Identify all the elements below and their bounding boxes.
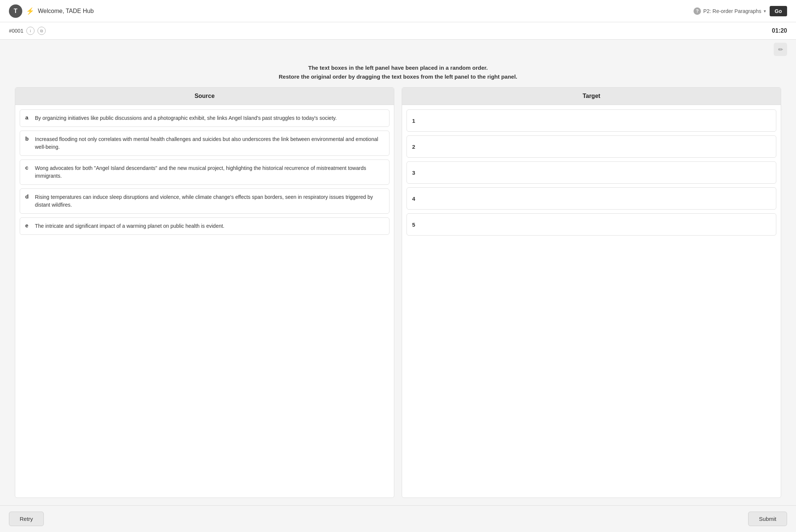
source-item[interactable]: e The intricate and significant impact o… <box>20 217 389 235</box>
item-id-text: #0001 <box>9 28 23 34</box>
target-panel-body: 1 2 3 4 5 <box>402 105 781 240</box>
info-icon[interactable]: i <box>26 27 35 35</box>
target-slot[interactable]: 4 <box>407 187 776 210</box>
source-item-text: The intricate and significant impact of … <box>35 222 225 230</box>
edit-icon[interactable]: ✏ <box>774 43 787 56</box>
source-item-label: d <box>25 193 30 200</box>
target-slot[interactable]: 1 <box>407 109 776 132</box>
question-icon: ? <box>694 7 701 15</box>
main-content: Source a By organizing initiatives like … <box>0 87 796 505</box>
subheader: #0001 i ⧉ 01:20 <box>0 22 796 40</box>
copy-icon[interactable]: ⧉ <box>37 27 46 35</box>
target-slot[interactable]: 3 <box>407 161 776 184</box>
header-right: ? P2: Re-order Paragraphs ▾ Go <box>694 6 787 16</box>
lightning-icon: ⚡ <box>26 7 34 15</box>
avatar: T <box>9 4 22 18</box>
timer: 01:20 <box>772 27 787 34</box>
source-panel: Source a By organizing initiatives like … <box>15 87 394 498</box>
target-slot[interactable]: 2 <box>407 135 776 158</box>
source-item[interactable]: d Rising temperatures can induce sleep d… <box>20 188 389 214</box>
chevron-down-icon: ▾ <box>764 9 766 14</box>
target-panel-header: Target <box>402 88 781 105</box>
app-container: T ⚡ Welcome, TADE Hub ? P2: Re-order Par… <box>0 0 796 532</box>
target-panel: Target 1 2 3 4 5 <box>402 87 781 498</box>
source-item-text: By organizing initiatives like public di… <box>35 114 337 122</box>
instructions: The text boxes in the left panel have be… <box>0 56 796 87</box>
source-item[interactable]: b Increased flooding not only correlates… <box>20 131 389 156</box>
source-item[interactable]: c Wong advocates for both "Angel Island … <box>20 160 389 185</box>
instruction-line2: Restore the original order by dragging t… <box>9 72 787 81</box>
target-slot[interactable]: 5 <box>407 213 776 236</box>
task-selector[interactable]: ? P2: Re-order Paragraphs ▾ <box>694 7 766 15</box>
footer: Retry Submit <box>0 505 796 532</box>
instruction-line1: The text boxes in the left panel have be… <box>9 63 787 72</box>
source-item-text: Increased flooding not only correlates w… <box>35 135 384 151</box>
go-button[interactable]: Go <box>770 6 787 16</box>
header: T ⚡ Welcome, TADE Hub ? P2: Re-order Par… <box>0 0 796 22</box>
target-slot-label: 5 <box>412 221 415 228</box>
source-item-text: Rising temperatures can induce sleep dis… <box>35 193 384 209</box>
target-slot-label: 4 <box>412 196 415 202</box>
edit-area: ✏ <box>0 40 796 56</box>
source-item[interactable]: a By organizing initiatives like public … <box>20 109 389 127</box>
source-panel-body: a By organizing initiatives like public … <box>15 105 394 239</box>
source-item-text: Wong advocates for both "Angel Island de… <box>35 164 384 180</box>
source-item-label: c <box>25 164 30 171</box>
target-slot-label: 2 <box>412 144 415 150</box>
source-item-label: e <box>25 222 30 229</box>
header-left: T ⚡ Welcome, TADE Hub <box>9 4 94 18</box>
target-slot-label: 3 <box>412 170 415 176</box>
source-item-label: a <box>25 114 30 121</box>
item-id-area: #0001 i ⧉ <box>9 27 46 35</box>
header-title: Welcome, TADE Hub <box>38 8 94 14</box>
retry-button[interactable]: Retry <box>9 512 44 526</box>
submit-button[interactable]: Submit <box>748 512 787 526</box>
task-label: P2: Re-order Paragraphs <box>703 8 761 14</box>
source-item-label: b <box>25 135 30 142</box>
source-panel-header: Source <box>15 88 394 105</box>
target-slot-label: 1 <box>412 118 415 124</box>
